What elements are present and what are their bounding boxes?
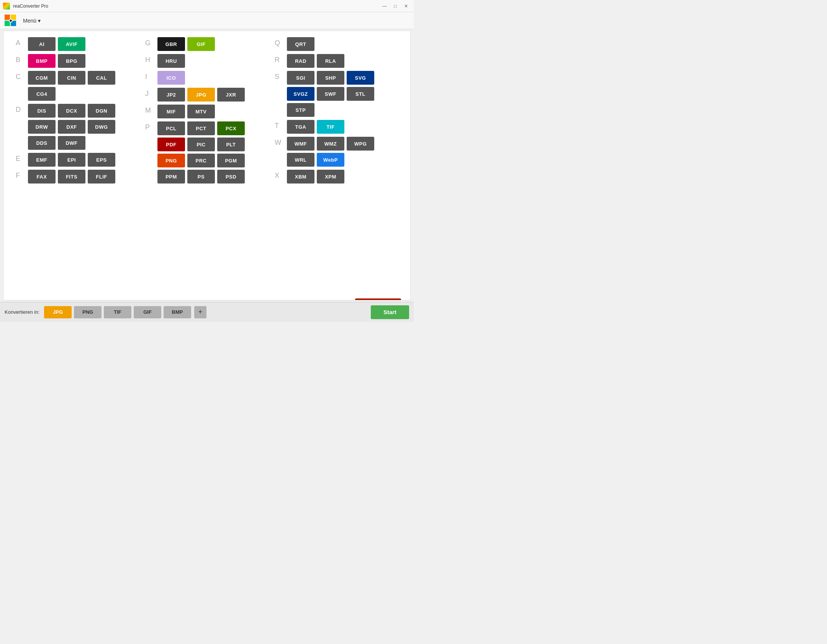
format-button-qrt[interactable]: QRT [287,37,314,51]
format-button-swf[interactable]: SWF [317,87,344,101]
format-button-mtv[interactable]: MTV [187,105,215,118]
format-button-xpm[interactable]: XPM [317,170,344,184]
format-button-cin[interactable]: CIN [58,71,85,85]
format-button-dwf[interactable]: DWF [58,136,85,150]
format-button-xbm[interactable]: XBM [287,170,314,184]
format-button-dds[interactable]: DDS [28,136,56,150]
format-buttons-H: HRU [157,54,269,68]
maximize-button[interactable]: □ [391,2,400,10]
format-buttons-W: WMFWMZWPGWRLWebP [287,137,398,167]
format-button-gbr[interactable]: GBR [157,37,185,51]
format-button-dgn[interactable]: DGN [88,104,115,118]
format-button-eps[interactable]: EPS [88,153,115,167]
column-1: GGBRGIFHHRUIICOJJP2JPGJXRMMIFMTVPPCLPCTP… [142,37,272,294]
format-button-pic[interactable]: PIC [187,138,215,151]
letter-section-Q: QQRT [275,37,398,51]
tab-button-png[interactable]: PNG [74,306,102,318]
tab-button-tif[interactable]: TIF [104,306,131,318]
format-button-cg4[interactable]: CG4 [28,87,56,101]
format-button-dxf[interactable]: DXF [58,120,85,134]
columns-wrapper: AAIAVIFBBMPBPGCCGMCINCALCG4DDISDCXDGNDRW… [13,37,401,294]
format-button-jp2[interactable]: JP2 [157,88,185,102]
format-button-mif[interactable]: MIF [157,105,185,118]
format-button-wmz[interactable]: WMZ [317,137,344,151]
format-button-jxr[interactable]: JXR [217,88,245,102]
menu-label: Menü [23,18,36,24]
letter-section-J: JJP2JPGJXR [145,88,269,102]
format-button-pcx[interactable]: PCX [217,121,245,135]
letter-section-X: XXBMXPM [275,170,398,184]
format-button-ps[interactable]: PS [187,170,215,184]
format-button-gif[interactable]: GIF [187,37,215,51]
minimize-button[interactable]: — [380,2,389,10]
letter-label-A: A [16,39,23,46]
format-button-dis[interactable]: DIS [28,104,56,118]
format-button-tif[interactable]: TIF [317,120,344,134]
tab-button-jpg[interactable]: JPG [44,306,72,318]
format-button-hru[interactable]: HRU [157,54,185,68]
format-button-fax[interactable]: FAX [28,170,56,184]
format-button-pdf[interactable]: PDF [157,138,185,151]
letter-section-T: TTGATIF [275,120,398,134]
format-buttons-E: EMFEPIEPS [28,153,139,167]
format-buttons-Q: QRT [287,37,398,51]
letter-section-F: FFAXFITSFLIF [16,170,139,184]
letter-section-B: BBMPBPG [16,54,139,68]
format-button-tga[interactable]: TGA [287,120,314,134]
format-button-prc[interactable]: PRC [187,154,215,167]
letter-section-G: GGBRGIF [145,37,269,51]
main-content: AAIAVIFBBMPBPGCCGMCINCALCG4DDISDCXDGNDRW… [0,29,414,302]
format-button-svg[interactable]: SVG [347,71,374,85]
format-button-wmf[interactable]: WMF [287,137,314,151]
menu-button[interactable]: Menü ▾ [20,16,44,25]
format-button-drw[interactable]: DRW [28,120,56,134]
format-button-sgi[interactable]: SGI [287,71,314,85]
format-button-webp[interactable]: WebP [317,153,344,167]
add-format-button[interactable]: + [194,306,206,318]
letter-label-G: G [145,39,153,46]
format-buttons-J: JP2JPGJXR [157,88,269,102]
letter-label-R: R [275,56,282,63]
format-button-epi[interactable]: EPI [58,153,85,167]
format-button-psd[interactable]: PSD [217,170,245,184]
format-container[interactable]: AAIAVIFBBMPBPGCCGMCINCALCG4DDISDCXDGNDRW… [3,31,411,300]
format-button-dwg[interactable]: DWG [88,120,115,134]
close-window-button[interactable]: ✕ [401,2,411,10]
format-button-rla[interactable]: RLA [317,54,344,68]
format-button-ai[interactable]: AI [28,37,56,51]
title-bar: reaConverter Pro — □ ✕ [0,0,414,12]
format-buttons-C: CGMCINCALCG4 [28,71,139,101]
format-button-plt[interactable]: PLT [217,138,245,151]
format-button-jpg[interactable]: JPG [187,88,215,102]
format-button-flif[interactable]: FLIF [88,170,115,184]
format-button-dcx[interactable]: DCX [58,104,85,118]
tab-button-bmp[interactable]: BMP [164,306,191,318]
tab-button-gif[interactable]: GIF [134,306,161,318]
format-button-pct[interactable]: PCT [187,121,215,135]
format-button-bmp[interactable]: BMP [28,54,56,68]
format-button-fits[interactable]: FITS [58,170,85,184]
close-main-button[interactable]: Schließen [355,298,401,300]
format-button-shp[interactable]: SHP [317,71,344,85]
format-button-svgz[interactable]: SVGZ [287,87,314,101]
format-button-pcl[interactable]: PCL [157,121,185,135]
format-button-png[interactable]: PNG [157,154,185,167]
format-button-stl[interactable]: STL [347,87,374,101]
format-button-cgm[interactable]: CGM [28,71,56,85]
format-button-ppm[interactable]: PPM [157,170,185,184]
format-button-wpg[interactable]: WPG [347,137,374,151]
format-buttons-T: TGATIF [287,120,398,134]
start-button[interactable]: Start [371,305,409,319]
letter-label-P: P [145,124,153,131]
format-button-ico[interactable]: ICO [157,71,185,85]
format-button-bpg[interactable]: BPG [58,54,85,68]
format-button-avif[interactable]: AVIF [58,37,85,51]
format-button-cal[interactable]: CAL [88,71,115,85]
format-button-pgm[interactable]: PGM [217,154,245,167]
format-button-rad[interactable]: RAD [287,54,314,68]
format-button-emf[interactable]: EMF [28,153,56,167]
close-section: Schließen [13,298,401,300]
format-buttons-F: FAXFITSFLIF [28,170,139,184]
format-button-wrl[interactable]: WRL [287,153,314,167]
format-button-stp[interactable]: STP [287,103,314,117]
